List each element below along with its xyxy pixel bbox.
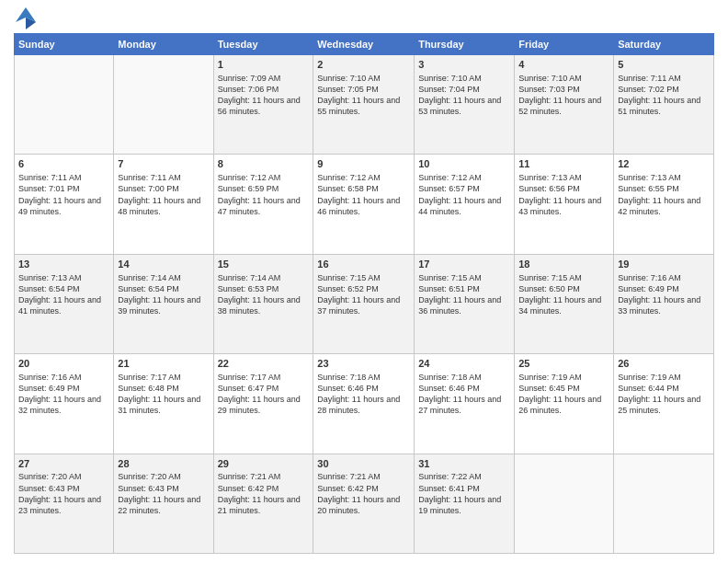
day-number: 16 xyxy=(317,258,410,271)
sunset-text: Sunset: 6:48 PM xyxy=(118,383,209,394)
sunrise-text: Sunrise: 7:13 AM xyxy=(518,172,609,183)
day-number: 13 xyxy=(18,258,109,271)
day-number: 30 xyxy=(317,457,410,471)
sunrise-text: Sunrise: 7:18 AM xyxy=(317,372,410,383)
daylight-text: Daylight: 11 hours and 32 minutes. xyxy=(18,394,109,416)
calendar-cell: 1Sunrise: 7:09 AMSunset: 7:06 PMDaylight… xyxy=(213,55,313,155)
daylight-text: Daylight: 11 hours and 47 minutes. xyxy=(218,195,310,217)
sunrise-text: Sunrise: 7:11 AM xyxy=(618,73,710,84)
daylight-text: Daylight: 11 hours and 34 minutes. xyxy=(518,294,609,316)
day-number: 29 xyxy=(218,457,310,471)
daylight-text: Daylight: 11 hours and 52 minutes. xyxy=(518,95,609,117)
calendar-table: SundayMondayTuesdayWednesdayThursdayFrid… xyxy=(14,33,714,554)
daylight-text: Daylight: 11 hours and 39 minutes. xyxy=(118,294,209,316)
sunrise-text: Sunrise: 7:12 AM xyxy=(218,172,310,183)
day-number: 26 xyxy=(618,357,710,371)
daylight-text: Daylight: 11 hours and 23 minutes. xyxy=(18,494,109,516)
calendar-cell: 29Sunrise: 7:21 AMSunset: 6:42 PMDayligh… xyxy=(213,454,313,553)
calendar-cell: 7Sunrise: 7:11 AMSunset: 7:00 PMDaylight… xyxy=(114,155,213,254)
calendar-cell xyxy=(114,55,213,155)
sunset-text: Sunset: 6:42 PM xyxy=(218,483,310,494)
calendar-cell: 31Sunrise: 7:22 AMSunset: 6:41 PMDayligh… xyxy=(415,454,515,553)
day-number: 12 xyxy=(618,157,710,171)
calendar-cell: 18Sunrise: 7:15 AMSunset: 6:50 PMDayligh… xyxy=(515,254,614,353)
calendar-cell: 16Sunrise: 7:15 AMSunset: 6:52 PMDayligh… xyxy=(313,254,415,353)
sunrise-text: Sunrise: 7:10 AM xyxy=(418,73,510,84)
daylight-text: Daylight: 11 hours and 25 minutes. xyxy=(618,394,710,416)
sunset-text: Sunset: 6:45 PM xyxy=(518,383,609,394)
logo xyxy=(14,9,36,28)
day-number: 20 xyxy=(18,357,109,371)
calendar-cell: 2Sunrise: 7:10 AMSunset: 7:05 PMDaylight… xyxy=(313,55,415,155)
daylight-text: Daylight: 11 hours and 55 minutes. xyxy=(317,95,410,117)
sunrise-text: Sunrise: 7:09 AM xyxy=(218,73,310,84)
sunset-text: Sunset: 6:57 PM xyxy=(418,183,510,194)
sunrise-text: Sunrise: 7:20 AM xyxy=(118,471,209,482)
day-number: 3 xyxy=(418,58,510,72)
daylight-text: Daylight: 11 hours and 21 minutes. xyxy=(218,494,310,516)
daylight-text: Daylight: 11 hours and 29 minutes. xyxy=(218,394,310,416)
calendar-cell: 22Sunrise: 7:17 AMSunset: 6:47 PMDayligh… xyxy=(213,354,313,454)
daylight-text: Daylight: 11 hours and 36 minutes. xyxy=(418,294,510,316)
day-number: 24 xyxy=(418,357,510,371)
day-number: 4 xyxy=(518,58,609,72)
day-number: 27 xyxy=(18,457,109,471)
calendar-cell: 9Sunrise: 7:12 AMSunset: 6:58 PMDaylight… xyxy=(313,155,415,254)
sunset-text: Sunset: 6:54 PM xyxy=(18,283,109,294)
sunset-text: Sunset: 6:49 PM xyxy=(18,383,109,394)
day-header-wednesday: Wednesday xyxy=(313,34,415,55)
day-number: 17 xyxy=(418,258,510,271)
daylight-text: Daylight: 11 hours and 27 minutes. xyxy=(418,394,510,416)
sunrise-text: Sunrise: 7:20 AM xyxy=(18,471,109,482)
day-header-saturday: Saturday xyxy=(614,34,714,55)
sunrise-text: Sunrise: 7:14 AM xyxy=(118,272,209,283)
sunrise-text: Sunrise: 7:13 AM xyxy=(18,272,109,283)
day-number: 23 xyxy=(317,357,410,371)
sunset-text: Sunset: 6:53 PM xyxy=(218,283,310,294)
daylight-text: Daylight: 11 hours and 26 minutes. xyxy=(518,394,609,416)
day-number: 5 xyxy=(618,58,710,72)
day-header-monday: Monday xyxy=(114,34,213,55)
sunset-text: Sunset: 7:00 PM xyxy=(118,183,209,194)
daylight-text: Daylight: 11 hours and 44 minutes. xyxy=(418,195,510,217)
calendar-cell xyxy=(614,454,714,553)
sunset-text: Sunset: 7:01 PM xyxy=(18,183,109,194)
sunrise-text: Sunrise: 7:15 AM xyxy=(518,272,609,283)
calendar-cell: 23Sunrise: 7:18 AMSunset: 6:46 PMDayligh… xyxy=(313,354,415,454)
sunrise-text: Sunrise: 7:12 AM xyxy=(418,172,510,183)
daylight-text: Daylight: 11 hours and 20 minutes. xyxy=(317,494,410,516)
sunrise-text: Sunrise: 7:11 AM xyxy=(118,172,209,183)
day-number: 19 xyxy=(618,258,710,271)
calendar-cell xyxy=(515,454,614,553)
sunset-text: Sunset: 7:03 PM xyxy=(518,84,609,95)
calendar-cell: 20Sunrise: 7:16 AMSunset: 6:49 PMDayligh… xyxy=(15,354,114,454)
sunrise-text: Sunrise: 7:11 AM xyxy=(18,172,109,183)
daylight-text: Daylight: 11 hours and 19 minutes. xyxy=(418,494,510,516)
calendar-cell: 30Sunrise: 7:21 AMSunset: 6:42 PMDayligh… xyxy=(313,454,415,553)
day-number: 18 xyxy=(518,258,609,271)
sunset-text: Sunset: 7:02 PM xyxy=(618,84,710,95)
sunset-text: Sunset: 6:58 PM xyxy=(317,183,410,194)
sunrise-text: Sunrise: 7:19 AM xyxy=(518,372,609,383)
calendar-cell: 12Sunrise: 7:13 AMSunset: 6:55 PMDayligh… xyxy=(614,155,714,254)
daylight-text: Daylight: 11 hours and 46 minutes. xyxy=(317,195,410,217)
calendar-cell: 24Sunrise: 7:18 AMSunset: 6:46 PMDayligh… xyxy=(415,354,515,454)
sunset-text: Sunset: 6:54 PM xyxy=(118,283,209,294)
sunset-text: Sunset: 6:47 PM xyxy=(218,383,310,394)
sunset-text: Sunset: 6:46 PM xyxy=(317,383,410,394)
sunset-text: Sunset: 6:43 PM xyxy=(118,483,209,494)
calendar-cell: 10Sunrise: 7:12 AMSunset: 6:57 PMDayligh… xyxy=(415,155,515,254)
sunrise-text: Sunrise: 7:22 AM xyxy=(418,471,510,482)
sunset-text: Sunset: 6:50 PM xyxy=(518,283,609,294)
calendar-cell: 5Sunrise: 7:11 AMSunset: 7:02 PMDaylight… xyxy=(614,55,714,155)
sunset-text: Sunset: 6:55 PM xyxy=(618,183,710,194)
sunrise-text: Sunrise: 7:19 AM xyxy=(618,372,710,383)
daylight-text: Daylight: 11 hours and 49 minutes. xyxy=(18,195,109,217)
sunrise-text: Sunrise: 7:17 AM xyxy=(218,372,310,383)
day-number: 8 xyxy=(218,157,310,171)
day-number: 6 xyxy=(18,157,109,171)
sunrise-text: Sunrise: 7:16 AM xyxy=(18,372,109,383)
day-header-sunday: Sunday xyxy=(15,34,114,55)
sunrise-text: Sunrise: 7:16 AM xyxy=(618,272,710,283)
calendar-cell: 15Sunrise: 7:14 AMSunset: 6:53 PMDayligh… xyxy=(213,254,313,353)
